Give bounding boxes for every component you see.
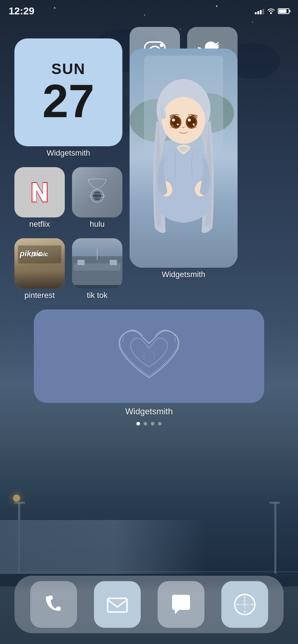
netflix-app[interactable]: netflix (14, 167, 65, 229)
wifi-icon (267, 8, 275, 14)
status-icons (255, 8, 289, 14)
home-screen: SUN 27 Widgetsmith instagram (0, 20, 298, 644)
calendar-widget-icon: SUN 27 (14, 38, 122, 146)
widgetsmith-heart-label: Widgetsmith (125, 406, 173, 417)
hulu-icon (72, 167, 122, 217)
widgetsmith-calendar-label: Widgetsmith (46, 148, 90, 158)
time-display: 12:29 (9, 5, 35, 17)
svg-point-28 (172, 119, 175, 121)
left-apps-section: netflix (14, 167, 122, 300)
svg-point-16 (93, 192, 101, 200)
svg-point-35 (194, 125, 195, 127)
svg-point-33 (170, 127, 172, 128)
row-2: netflix (14, 167, 284, 300)
svg-point-36 (195, 127, 197, 128)
safari-dock-app[interactable] (221, 581, 268, 628)
anime-character-widget[interactable]: Widgetsmith (130, 49, 238, 300)
pinterest-label: pinterest (24, 291, 55, 300)
svg-rect-41 (108, 598, 127, 612)
signal-icon (255, 8, 264, 14)
svg-point-32 (172, 125, 174, 127)
hulu-label: hulu (90, 220, 105, 229)
tiktok-app[interactable]: tik tok (72, 238, 122, 300)
battery-icon (278, 8, 289, 14)
netflix-label: netflix (29, 220, 50, 229)
hulu-app[interactable]: hulu (72, 167, 122, 229)
anime-widget-icon (130, 49, 238, 268)
heart-widget-section: Widgetsmith (14, 309, 284, 417)
page-dots (14, 422, 284, 426)
pinterest-tiktok-row: piknic pinterest (14, 238, 122, 300)
tiktok-icon (72, 238, 122, 289)
svg-point-0 (270, 12, 272, 14)
anime-widget-label: Widgetsmith (162, 270, 205, 279)
tiktok-label: tik tok (87, 291, 107, 300)
svg-point-29 (188, 119, 191, 121)
calendar-day-number: 27 (42, 78, 95, 124)
svg-point-23 (162, 97, 205, 144)
messages-dock-app[interactable] (158, 581, 204, 628)
dock (14, 576, 284, 633)
page-dot-4[interactable] (158, 422, 162, 426)
phone-dock-app[interactable] (30, 581, 77, 628)
mail-dock-app[interactable] (94, 581, 141, 628)
status-bar: 12:29 (0, 0, 298, 18)
svg-point-37 (192, 128, 193, 129)
netflix-hulu-row: netflix (14, 167, 122, 229)
svg-point-3 (160, 43, 163, 47)
page-dot-2[interactable] (144, 422, 147, 426)
heart-widget[interactable] (34, 309, 264, 403)
battery-fill (279, 9, 286, 13)
page-dot-1[interactable] (136, 422, 140, 426)
pinterest-app[interactable]: piknic pinterest (14, 238, 65, 300)
netflix-icon (14, 167, 65, 217)
svg-point-34 (174, 128, 175, 129)
svg-point-30 (177, 124, 179, 125)
widgetsmith-calendar-widget[interactable]: SUN 27 Widgetsmith (14, 38, 122, 158)
pinterest-icon: piknic (14, 238, 65, 289)
signal-bar-1 (255, 12, 257, 14)
signal-bar-4 (262, 9, 264, 14)
signal-bar-3 (260, 10, 262, 14)
page-dot-3[interactable] (151, 422, 154, 426)
signal-bar-2 (257, 11, 259, 14)
